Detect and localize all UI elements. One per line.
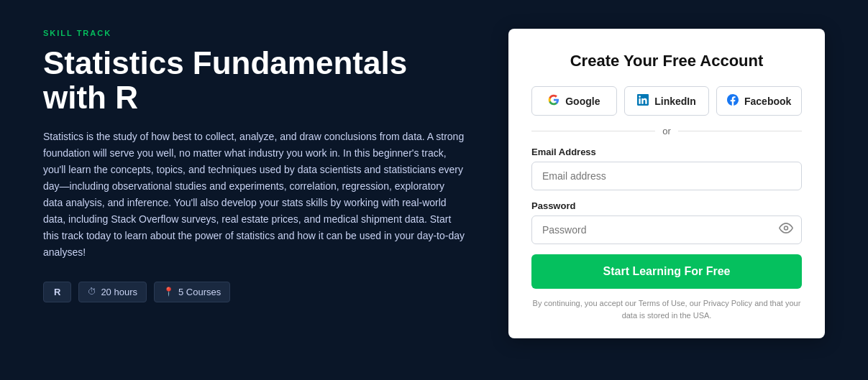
linkedin-label: LinkedIn	[654, 96, 696, 107]
title-line2: with R	[43, 80, 138, 115]
password-label: Password	[531, 200, 802, 211]
signup-form-card: Create Your Free Account Google	[508, 29, 825, 338]
hours-tag: ⏱ 20 hours	[78, 282, 147, 302]
social-buttons: Google LinkedIn Facebook	[531, 86, 802, 116]
facebook-signin-button[interactable]: Facebook	[716, 86, 802, 116]
left-panel: SKILL TRACK Statistics Fundamentals with…	[43, 29, 480, 302]
courses-tag-label: 5 Courses	[178, 287, 221, 297]
hours-tag-label: 20 hours	[101, 287, 137, 297]
r-tag-label: R	[54, 287, 60, 297]
courses-icon: 📍	[163, 287, 174, 297]
linkedin-icon	[637, 94, 649, 108]
password-group: Password	[531, 200, 802, 244]
email-input[interactable]	[531, 162, 802, 190]
page-container: SKILL TRACK Statistics Fundamentals with…	[0, 0, 868, 380]
main-title: Statistics Fundamentals with R	[43, 46, 465, 116]
email-group: Email Address	[531, 147, 802, 190]
r-tag: R	[43, 282, 71, 302]
form-title: Create Your Free Account	[531, 52, 802, 70]
toggle-password-icon[interactable]	[779, 221, 793, 239]
linkedin-signin-button[interactable]: LinkedIn	[624, 86, 710, 116]
title-line1: Statistics Fundamentals	[43, 45, 407, 80]
svg-point-0	[785, 226, 788, 230]
email-label: Email Address	[531, 147, 802, 157]
description: Statistics is the study of how best to c…	[43, 129, 465, 261]
google-signin-button[interactable]: Google	[531, 86, 617, 116]
password-wrapper	[531, 216, 802, 244]
google-icon	[548, 94, 559, 108]
google-label: Google	[565, 96, 600, 107]
divider-text: or	[662, 126, 671, 136]
facebook-label: Facebook	[744, 96, 791, 107]
skill-track-label: SKILL TRACK	[43, 29, 465, 37]
password-input[interactable]	[531, 216, 802, 244]
facebook-icon	[727, 94, 739, 108]
meta-tags: R ⏱ 20 hours 📍 5 Courses	[43, 282, 465, 302]
disclaimer-text: By continuing, you accept our Terms of U…	[531, 297, 802, 321]
submit-button[interactable]: Start Learning For Free	[531, 254, 802, 289]
clock-icon: ⏱	[88, 287, 96, 297]
or-divider: or	[531, 126, 802, 136]
courses-tag: 📍 5 Courses	[154, 282, 230, 302]
